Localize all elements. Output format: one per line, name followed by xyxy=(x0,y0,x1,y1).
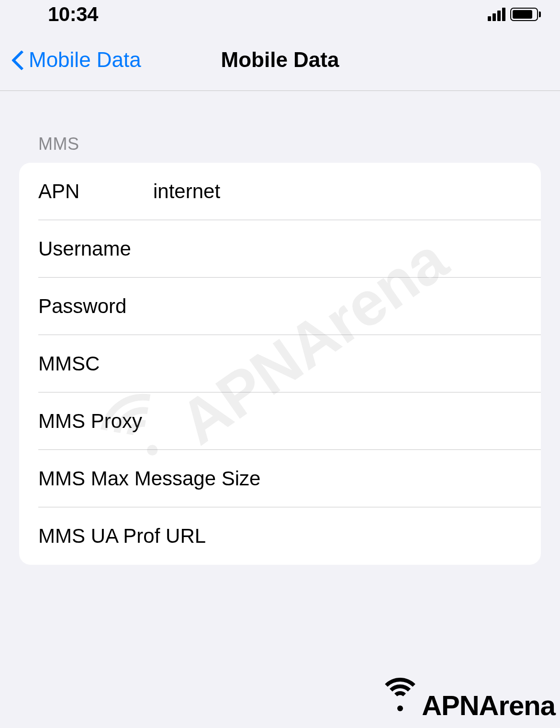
back-label: Mobile Data xyxy=(29,48,141,72)
content: MMS APN Username Password MMSC MMS Proxy xyxy=(0,91,560,565)
label-mms-ua-prof: MMS UA Prof URL xyxy=(38,525,206,548)
label-password: Password xyxy=(38,295,153,318)
section-header-mms: MMS xyxy=(19,134,541,163)
chevron-left-icon xyxy=(11,48,24,71)
row-mms-proxy[interactable]: MMS Proxy xyxy=(19,392,541,450)
input-mms-max-size[interactable] xyxy=(260,467,522,490)
status-bar: 10:34 xyxy=(0,0,560,29)
input-username[interactable] xyxy=(153,237,522,260)
input-password[interactable] xyxy=(153,295,522,318)
cellular-signal-icon xyxy=(488,8,505,21)
label-mms-max-size: MMS Max Message Size xyxy=(38,467,260,490)
input-mms-proxy[interactable] xyxy=(153,410,522,433)
page-title: Mobile Data xyxy=(221,48,339,72)
input-apn[interactable] xyxy=(153,180,522,203)
status-time: 10:34 xyxy=(48,3,98,26)
back-button[interactable]: Mobile Data xyxy=(0,48,141,72)
nav-bar: Mobile Data Mobile Data xyxy=(0,29,560,91)
input-mms-ua-prof[interactable] xyxy=(206,525,522,548)
row-mms-max-size[interactable]: MMS Max Message Size xyxy=(19,450,541,507)
row-username[interactable]: Username xyxy=(19,220,541,278)
label-mmsc: MMSC xyxy=(38,352,153,375)
label-apn: APN xyxy=(38,180,153,203)
row-mmsc[interactable]: MMSC xyxy=(19,335,541,392)
input-mmsc[interactable] xyxy=(153,352,522,375)
status-right xyxy=(488,8,541,21)
row-mms-ua-prof[interactable]: MMS UA Prof URL xyxy=(19,507,541,565)
row-apn[interactable]: APN xyxy=(19,163,541,220)
label-username: Username xyxy=(38,237,153,260)
wifi-icon xyxy=(379,687,422,723)
battery-icon xyxy=(510,8,541,21)
row-password[interactable]: Password xyxy=(19,278,541,335)
settings-group-mms: APN Username Password MMSC MMS Proxy MMS… xyxy=(19,163,541,565)
footer-logo: APNArena xyxy=(379,687,555,723)
label-mms-proxy: MMS Proxy xyxy=(38,410,153,433)
footer-text: APNArena xyxy=(422,689,555,721)
